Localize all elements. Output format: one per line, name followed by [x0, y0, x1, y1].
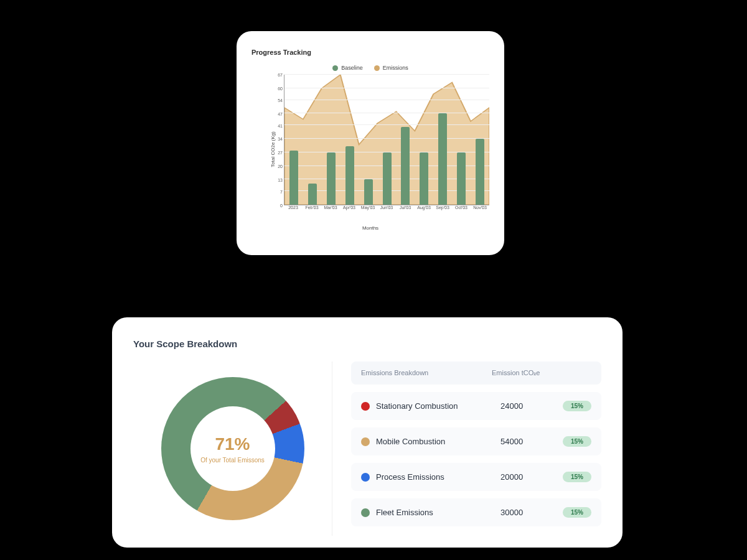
x-tick: Oct'03 — [455, 205, 467, 210]
row-name: Fleet Emissions — [376, 508, 494, 517]
scope-breakdown-card: Your Scope Breakdown 71% Of your Total E… — [112, 317, 622, 548]
x-tick: Feb'03 — [305, 205, 318, 210]
bar — [308, 184, 317, 205]
y-tick: 67 — [278, 73, 283, 77]
x-tick: Apr'03 — [343, 205, 355, 210]
x-tick: Jul'03 — [400, 205, 411, 210]
bar — [401, 127, 410, 205]
row-name: Stationary Combustion — [376, 401, 494, 411]
y-tick: 7 — [280, 190, 283, 194]
x-tick: Jun'03 — [380, 205, 393, 210]
bar — [289, 151, 298, 205]
donut-percent: 71% — [215, 434, 250, 454]
chart-legend: Baseline Emissions — [251, 65, 489, 71]
donut-subtext: Of your Total Emissons — [200, 457, 265, 464]
row-color-dot — [361, 473, 370, 482]
row-value: 30000 — [500, 508, 557, 517]
donut-center: 71% Of your Total Emissons — [190, 406, 275, 491]
th-name: Emissions Breakdown — [361, 369, 486, 377]
donut-panel: 71% Of your Total Emissons — [133, 362, 332, 536]
legend-label-emissions: Emissions — [383, 65, 408, 71]
gridline — [284, 113, 489, 113]
gridline — [284, 124, 489, 125]
table-row: Mobile Combustion 54000 15% — [351, 427, 601, 455]
bar — [327, 152, 336, 205]
gridline — [284, 138, 489, 139]
y-tick: 60 — [278, 86, 283, 90]
legend-baseline: Baseline — [332, 65, 363, 71]
y-tick: 34 — [278, 137, 283, 141]
breakdown-title: Your Scope Breakdown — [133, 338, 601, 349]
y-axis: 07132027344147546067 — [270, 75, 284, 205]
x-tick: Sep'03 — [436, 205, 449, 210]
row-name: Process Emissions — [376, 472, 494, 482]
table-row: Stationary Combustion 24000 15% — [351, 392, 601, 420]
row-color-dot — [361, 508, 370, 517]
x-tick: Aug'03 — [417, 205, 431, 210]
bar — [383, 152, 392, 205]
y-tick: 27 — [278, 151, 283, 155]
row-value: 20000 — [500, 472, 557, 482]
y-tick: 41 — [278, 123, 283, 128]
legend-swatch-emissions — [374, 65, 380, 71]
bar — [364, 179, 373, 205]
row-pct-badge: 15% — [563, 401, 591, 411]
x-axis: 2023Feb'03Mar'03Apr'03May'03Jun'03Jul'03… — [284, 205, 489, 218]
x-tick: May'03 — [361, 205, 375, 210]
row-pct-badge: 15% — [563, 472, 591, 482]
y-tick: 47 — [278, 111, 283, 116]
gridline — [284, 74, 489, 75]
row-pct-badge: 15% — [563, 507, 591, 518]
gridline — [284, 88, 489, 88]
row-color-dot — [361, 402, 370, 411]
bar — [345, 146, 354, 205]
table-header: Emissions Breakdown Emission tCO₂e — [351, 362, 601, 385]
y-tick: 13 — [278, 178, 283, 182]
row-value: 24000 — [500, 401, 557, 411]
table-row: Fleet Emissions 30000 15% — [351, 498, 601, 526]
plot-area — [284, 75, 489, 205]
x-tick: Nov'03 — [473, 205, 487, 210]
progress-title: Progress Tracking — [251, 49, 489, 56]
row-pct-badge: 15% — [563, 436, 591, 447]
y-tick: 54 — [278, 98, 283, 102]
bar — [420, 152, 428, 205]
legend-label-baseline: Baseline — [341, 65, 363, 71]
th-value: Emission tCO₂e — [492, 369, 548, 377]
row-name: Mobile Combustion — [376, 437, 494, 446]
x-axis-label: Months — [251, 225, 489, 231]
breakdown-table: Emissions Breakdown Emission tCO₂e Stati… — [351, 362, 601, 536]
th-pct — [554, 369, 591, 377]
row-color-dot — [361, 437, 370, 446]
gridline — [284, 100, 489, 100]
x-tick: 2023 — [288, 205, 298, 210]
bar — [476, 139, 484, 205]
legend-swatch-baseline — [332, 65, 338, 71]
legend-emissions: Emissions — [374, 65, 408, 71]
row-value: 54000 — [500, 437, 557, 446]
y-tick: 20 — [278, 164, 283, 169]
progress-plot: Total CO2e (Kg) 07132027344147546067 202… — [270, 75, 489, 224]
x-tick: Mar'03 — [324, 205, 337, 210]
donut-chart: 71% Of your Total Emissons — [161, 377, 304, 520]
table-row: Process Emissions 20000 15% — [351, 463, 601, 491]
bar — [438, 113, 447, 205]
y-tick: 0 — [280, 203, 283, 208]
progress-tracking-card: Progress Tracking Baseline Emissions Tot… — [237, 31, 504, 255]
bar — [457, 152, 466, 205]
